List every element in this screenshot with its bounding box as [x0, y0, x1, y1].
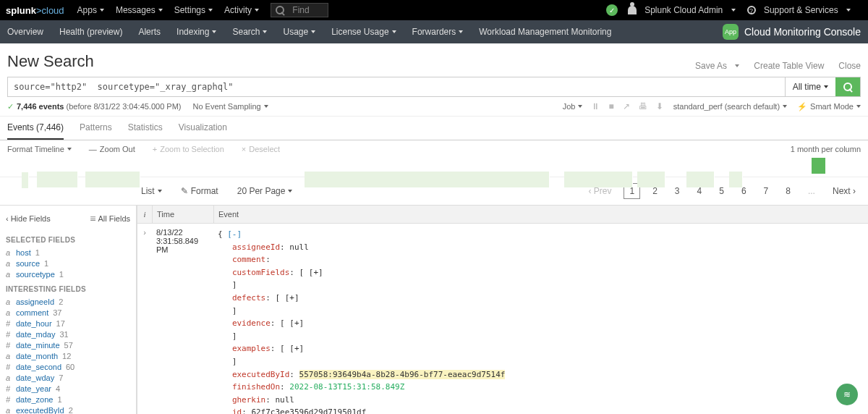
- field-count: 31: [59, 330, 68, 339]
- field-name: date_year: [16, 384, 51, 393]
- field-name: date_minute: [16, 341, 60, 350]
- search-button[interactable]: [835, 77, 860, 96]
- tab-events[interactable]: Events (7,446): [7, 117, 64, 140]
- field-date_month[interactable]: adate_month12: [6, 350, 130, 361]
- menu-apps[interactable]: Apps: [77, 5, 104, 15]
- search-input[interactable]: [8, 77, 785, 96]
- menu-activity[interactable]: Activity: [224, 5, 259, 15]
- job-menu[interactable]: Job: [563, 102, 583, 111]
- nav-forwarders[interactable]: Forwarders: [412, 27, 464, 37]
- zoom-out-button[interactable]: — Zoom Out: [89, 145, 135, 153]
- field-date_minute[interactable]: #date_minute57: [6, 339, 130, 350]
- health-status-icon[interactable]: ✓: [606, 4, 618, 16]
- row-time: 8/13/22 3:31:58.849 PM: [152, 224, 213, 414]
- tab-visualization[interactable]: Visualization: [179, 117, 227, 140]
- field-source[interactable]: asource1: [6, 258, 130, 269]
- logo[interactable]: splunk>cloud: [6, 5, 64, 16]
- nav-overview[interactable]: Overview: [7, 27, 43, 37]
- field-comment[interactable]: acomment37: [6, 307, 130, 318]
- collapse-link[interactable]: [-]: [227, 229, 242, 239]
- menu-messages[interactable]: Messages: [116, 5, 163, 15]
- field-name: comment: [16, 308, 48, 317]
- field-executedById[interactable]: aexecutedById2: [6, 405, 130, 414]
- nav-alerts[interactable]: Alerts: [138, 27, 161, 37]
- support-menu[interactable]: ? Support & Services: [747, 5, 851, 15]
- nav-indexing[interactable]: Indexing: [176, 27, 216, 37]
- stop-icon[interactable]: ■: [608, 101, 613, 111]
- field-date_second[interactable]: #date_second60: [6, 361, 130, 372]
- nav-workload[interactable]: Workload Management Monitoring: [479, 27, 611, 37]
- assistant-fab[interactable]: ≋: [836, 384, 858, 405]
- nav-license[interactable]: License Usage: [331, 27, 396, 37]
- expand-row-icon[interactable]: ›: [137, 224, 152, 414]
- page-7[interactable]: 7: [759, 184, 774, 198]
- search-icon: [276, 6, 284, 14]
- caret-icon: [392, 30, 396, 33]
- logo-sub: >cloud: [36, 5, 64, 16]
- close-button[interactable]: Close: [838, 61, 861, 71]
- caret-icon: [264, 105, 268, 108]
- caret-icon: [67, 148, 72, 151]
- field-count: 37: [53, 308, 61, 317]
- logo-main: splunk: [6, 5, 36, 16]
- field-date_year[interactable]: #date_year4: [6, 383, 130, 394]
- caret-icon: [846, 9, 851, 12]
- field-name: date_month: [16, 352, 58, 360]
- smart-mode[interactable]: ⚡Smart Mode: [797, 102, 861, 111]
- page-3[interactable]: 3: [670, 184, 685, 198]
- field-count: 57: [64, 341, 73, 350]
- nav-search[interactable]: Search: [232, 27, 267, 37]
- field-date_hour[interactable]: #date_hour17: [6, 318, 130, 329]
- field-date_mday[interactable]: #date_mday31: [6, 329, 130, 339]
- caret-icon: [311, 30, 315, 33]
- tab-patterns[interactable]: Patterns: [80, 117, 112, 140]
- nav-usage[interactable]: Usage: [283, 27, 315, 37]
- field-count: 12: [62, 352, 71, 360]
- row-event[interactable]: { [-] assigneeId: null comment: customFi…: [213, 224, 868, 414]
- field-date_wday[interactable]: adate_wday7: [6, 372, 130, 383]
- results-body: ‹ Hide Fields All Fields SELECTED FIELDS…: [0, 205, 868, 414]
- field-sourcetype[interactable]: asourcetype1: [6, 269, 130, 279]
- field-host[interactable]: ahost1: [6, 247, 130, 258]
- event-sampling[interactable]: No Event Sampling: [193, 102, 268, 111]
- field-count: 17: [56, 319, 65, 328]
- global-search[interactable]: Find: [271, 3, 328, 17]
- print-icon[interactable]: 🖶: [639, 101, 647, 111]
- field-name: sourcetype: [16, 270, 55, 279]
- col-time[interactable]: Time: [152, 206, 213, 223]
- page-8[interactable]: 8: [780, 184, 796, 198]
- format-button[interactable]: ✎ Format: [181, 186, 218, 196]
- pause-icon[interactable]: ⏸: [591, 101, 600, 111]
- field-type: #: [6, 395, 13, 404]
- nav-health[interactable]: Health (preview): [59, 27, 122, 37]
- menu-settings[interactable]: Settings: [174, 5, 213, 15]
- table-row: › 8/13/22 3:31:58.849 PM { [-] assigneeI…: [137, 224, 868, 414]
- tab-statistics[interactable]: Statistics: [128, 117, 163, 140]
- timeline[interactable]: [0, 158, 868, 177]
- user-menu[interactable]: Splunk Cloud Admin: [628, 5, 736, 15]
- save-as-button[interactable]: Save As: [695, 61, 739, 71]
- field-assigneeId[interactable]: aassigneeId2: [6, 296, 130, 307]
- field-count: 1: [59, 270, 64, 279]
- hide-fields-button[interactable]: ‹ Hide Fields: [6, 213, 51, 224]
- page-5[interactable]: 5: [714, 184, 729, 198]
- list-view[interactable]: List: [141, 186, 162, 196]
- caret-icon: [212, 30, 216, 33]
- per-page[interactable]: 20 Per Page: [237, 186, 293, 196]
- timeline-scale: 1 month per column: [791, 145, 861, 153]
- format-timeline[interactable]: Format Timeline: [7, 145, 72, 153]
- field-date_zone[interactable]: #date_zone1: [6, 394, 130, 405]
- create-table-button[interactable]: Create Table View: [754, 61, 824, 71]
- export-icon[interactable]: ⬇: [656, 101, 663, 111]
- time-picker[interactable]: All time: [785, 77, 835, 96]
- field-count: 2: [59, 297, 63, 306]
- field-count: 1: [57, 395, 61, 404]
- app-brand[interactable]: Cloud Monitoring Console: [744, 26, 861, 38]
- table-header: i Time Event: [137, 206, 868, 224]
- search-mode-picker[interactable]: standard_perf (search default): [673, 102, 787, 111]
- page-header: New Search Save As Create Table View Clo…: [0, 43, 868, 77]
- events-table: i Time Event › 8/13/22 3:31:58.849 PM { …: [137, 206, 868, 414]
- pagination-next[interactable]: Next ›: [827, 184, 861, 198]
- share-icon[interactable]: ↗: [623, 101, 630, 111]
- all-fields-button[interactable]: All Fields: [90, 213, 130, 224]
